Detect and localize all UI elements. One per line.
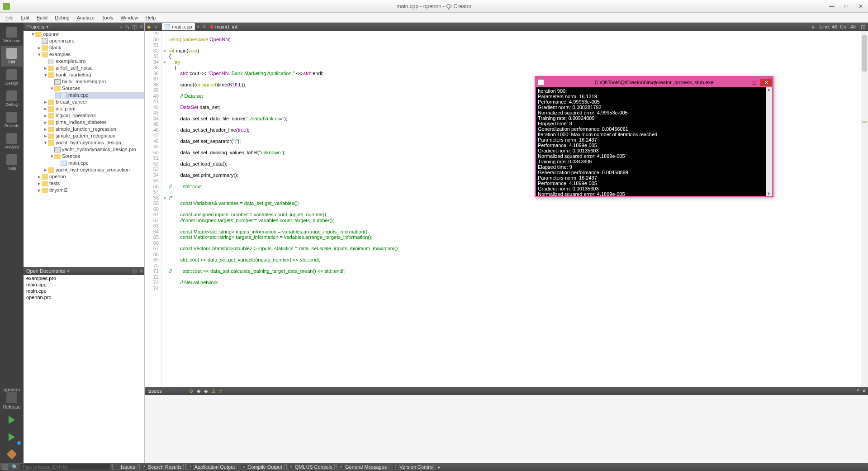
- tree-item-opennn[interactable]: ▸opennn: [36, 173, 144, 180]
- chevron-down-icon[interactable]: ▾: [67, 268, 70, 274]
- twist-icon[interactable]: ▾: [31, 31, 35, 38]
- opendoc-examples-pro[interactable]: examples.pro: [24, 275, 144, 281]
- split-icon[interactable]: ◫: [132, 24, 137, 30]
- more-outputs-button[interactable]: ▸: [438, 464, 441, 470]
- tree-item-bank-marketing-pro[interactable]: bank_marketing.pro: [49, 78, 144, 85]
- open-documents[interactable]: examples.promain.cppmain.cppopennn.pro: [24, 275, 144, 463]
- tree-item-tinyxml2[interactable]: ▸tinyxml2: [36, 187, 144, 194]
- tree-item-tests[interactable]: ▸tests: [36, 180, 144, 187]
- mode-debug[interactable]: Debug: [1, 88, 23, 109]
- menu-build[interactable]: Build: [33, 14, 51, 21]
- nav-back-button[interactable]: ◆: [145, 24, 153, 30]
- chevron-down-icon[interactable]: ▾: [46, 24, 49, 30]
- tree-item-blank[interactable]: ▸blank: [36, 44, 144, 51]
- tree-item-sources[interactable]: ▾Sources: [49, 153, 144, 160]
- run-button[interactable]: [4, 413, 20, 427]
- twist-icon[interactable]: ▸: [43, 119, 48, 126]
- twist-icon[interactable]: ▸: [37, 180, 42, 187]
- split-icon[interactable]: ◫: [861, 24, 865, 29]
- maximize-button[interactable]: □: [839, 2, 854, 11]
- tree-item-main-cpp[interactable]: main.cpp: [55, 92, 144, 99]
- minimize-button[interactable]: —: [825, 2, 839, 11]
- twist-icon[interactable]: ▸: [37, 173, 42, 180]
- project-tree[interactable]: ▾opennnopennn.pro▸blank▾examplesexamples…: [24, 31, 144, 267]
- kit-selector[interactable]: opennn Release: [1, 385, 23, 411]
- menu-help[interactable]: Help: [142, 14, 160, 21]
- editor-scrollbar[interactable]: [861, 31, 868, 387]
- sidebar-toggle-icon[interactable]: #: [812, 24, 815, 29]
- chevron-down-icon[interactable]: ▾: [197, 24, 199, 30]
- filter-icon[interactable]: ▿: [219, 388, 222, 394]
- close-button[interactable]: ✕: [854, 2, 868, 11]
- output-tab-issues[interactable]: 1Issues: [112, 464, 138, 470]
- opendoc-main-cpp[interactable]: main.cpp: [24, 281, 144, 288]
- tree-item-opennn[interactable]: ▾opennn: [30, 31, 144, 38]
- tree-item-bank-marketing[interactable]: ▾bank_marketing: [43, 71, 144, 78]
- close-icon[interactable]: ✕: [139, 268, 143, 274]
- code-editor[interactable]: 2930313233343536373839404142434445464748…: [145, 31, 868, 387]
- mode-analyze[interactable]: Analyze: [1, 131, 23, 152]
- console-window[interactable]: C:\Qt\Tools\QtCreator\bin\qtcreator_proc…: [535, 76, 773, 197]
- sync-icon[interactable]: ⇆: [125, 24, 129, 30]
- console-scrollbar[interactable]: [766, 87, 772, 196]
- twist-icon[interactable]: ▾: [43, 139, 48, 146]
- mode-welcome[interactable]: Welcome: [1, 24, 23, 45]
- editor-tab[interactable]: main.cpp: [162, 23, 195, 30]
- menu-tools[interactable]: Tools: [98, 14, 117, 21]
- tree-item-simple-function-regression[interactable]: ▸simple_function_regression: [43, 126, 144, 133]
- twist-icon[interactable]: ▸: [43, 105, 48, 112]
- fold-column[interactable]: ◂◂◂: [162, 31, 166, 387]
- menu-edit[interactable]: Edit: [17, 14, 33, 21]
- sidebar-toggle-icon[interactable]: [2, 464, 8, 470]
- console-maximize-button[interactable]: □: [749, 79, 760, 86]
- close-icon[interactable]: ✕: [862, 388, 866, 394]
- debug-run-button[interactable]: [4, 430, 20, 444]
- twist-icon[interactable]: ▸: [43, 126, 48, 133]
- tree-item-logical-operations[interactable]: ▸logical_operations: [43, 112, 144, 119]
- console-titlebar[interactable]: C:\Qt\Tools\QtCreator\bin\qtcreator_proc…: [536, 77, 772, 87]
- console-close-button[interactable]: ✕: [760, 79, 772, 86]
- clear-icon[interactable]: ⊘: [189, 388, 193, 394]
- output-tab-application-output[interactable]: 3Application Output: [185, 464, 237, 470]
- tree-item-yacht-hydrodynamics-design-pro[interactable]: yacht_hydrodynamics_design.pro: [49, 146, 144, 153]
- tree-item-pima-indians-diabetes[interactable]: ▸pima_indians_diabetes: [43, 119, 144, 126]
- tree-item-yacht-hydrodynamics-design[interactable]: ▾yacht_hydrodynamics_design: [43, 139, 144, 146]
- twist-icon[interactable]: ▾: [43, 71, 48, 78]
- filter-icon[interactable]: ▿: [120, 24, 123, 30]
- twist-icon[interactable]: ▾: [37, 51, 42, 58]
- twist-icon[interactable]: ▾: [50, 153, 54, 160]
- tab-close-button[interactable]: ✕: [202, 24, 206, 30]
- prev-icon[interactable]: ◆: [197, 388, 200, 394]
- menu-debug[interactable]: Debug: [51, 14, 73, 21]
- tree-item-yacht-hydrodynamics-production[interactable]: ▸yacht_hydrodynamics_production: [43, 167, 144, 173]
- opendoc-opennn-pro[interactable]: opennn.pro: [24, 294, 144, 300]
- mode-design[interactable]: Design: [1, 67, 23, 88]
- split-icon[interactable]: ◫: [132, 268, 137, 274]
- warning-icon[interactable]: ⚠: [211, 388, 216, 394]
- menu-file[interactable]: File: [2, 14, 17, 21]
- mode-projects[interactable]: Projects: [1, 109, 23, 130]
- tree-item-examples-pro[interactable]: examples.pro: [43, 58, 144, 65]
- tree-item-breast-cancer[interactable]: ▸breast_cancer: [43, 99, 144, 105]
- output-tab-qml-js-console[interactable]: 5QML/JS Console: [286, 464, 335, 470]
- mode-help[interactable]: Help: [1, 152, 23, 173]
- output-tab-search-results[interactable]: 2Search Results: [139, 464, 184, 470]
- build-button[interactable]: [4, 447, 20, 461]
- twist-icon[interactable]: ▾: [50, 85, 54, 92]
- opendoc-main-cpp[interactable]: main.cpp: [24, 288, 144, 294]
- twist-icon[interactable]: ▸: [43, 65, 48, 71]
- output-tab-compile-output[interactable]: 4Compile Output: [239, 464, 284, 470]
- menu-window[interactable]: Window: [117, 14, 142, 21]
- tree-item-examples[interactable]: ▾examples: [36, 51, 144, 58]
- twist-icon[interactable]: ▸: [37, 187, 42, 194]
- mode-edit[interactable]: Edit: [1, 46, 23, 67]
- tree-item-simple-pattern-recognition[interactable]: ▸simple_pattern_recognition: [43, 133, 144, 139]
- symbol-selector[interactable]: main(): int: [210, 24, 237, 29]
- tree-item-airfoil-self-noise[interactable]: ▸airfoil_self_noise: [43, 65, 144, 71]
- menu-analyze[interactable]: Analyze: [73, 14, 98, 21]
- twist-icon[interactable]: ▸: [43, 133, 48, 139]
- close-icon[interactable]: ✕: [139, 24, 143, 30]
- scrollbar-thumb[interactable]: [862, 35, 867, 71]
- tree-item-main-cpp[interactable]: main.cpp: [55, 160, 144, 167]
- locator-input[interactable]: [20, 464, 110, 470]
